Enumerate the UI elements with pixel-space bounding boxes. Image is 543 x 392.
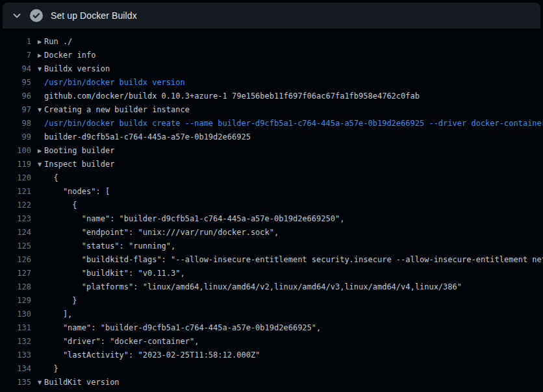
indent-spacer — [31, 239, 44, 253]
log-row: 95/usr/bin/docker buildx version — [0, 76, 543, 90]
log-output-text: "status": "running", — [44, 239, 543, 253]
log-row: 121 "nodes": [ — [0, 185, 543, 199]
group-expanded-icon[interactable]: ▼ — [31, 376, 44, 389]
indent-spacer — [31, 90, 44, 103]
line-number[interactable]: 124 — [0, 226, 31, 239]
log-row: 98/usr/bin/docker buildx create --name b… — [0, 117, 543, 130]
group-title[interactable]: Inspect builder — [44, 158, 543, 171]
indent-spacer — [31, 253, 44, 267]
line-number[interactable]: 98 — [0, 117, 31, 130]
line-number[interactable]: 130 — [0, 308, 31, 321]
line-number[interactable]: 100 — [0, 144, 31, 158]
indent-spacer — [31, 76, 44, 90]
log-output-text: "endpoint": "unix:///var/run/docker.sock… — [44, 226, 543, 239]
line-number[interactable]: 128 — [0, 280, 31, 294]
log-row: 123 "name": "builder-d9cfb5a1-c764-445a-… — [0, 212, 543, 226]
group-expanded-icon[interactable]: ▼ — [31, 103, 44, 117]
indent-spacer — [31, 321, 44, 335]
step-header[interactable]: Set up Docker Buildx — [3, 3, 540, 29]
line-number[interactable]: 120 — [0, 171, 31, 185]
log-output-text: "driver": "docker-container", — [44, 335, 543, 349]
line-number[interactable]: 132 — [0, 335, 31, 349]
line-number[interactable]: 95 — [0, 76, 31, 90]
log-row: 100▶Booting builder — [0, 144, 543, 158]
log-output-text: github.com/docker/buildx 0.10.3+azure-1 … — [44, 90, 543, 103]
log-row: 7▶Docker info — [0, 49, 543, 62]
line-number[interactable]: 134 — [0, 362, 31, 376]
indent-spacer — [31, 294, 44, 308]
indent-spacer — [31, 226, 44, 239]
indent-spacer — [31, 267, 44, 280]
group-title[interactable]: Booting builder — [44, 144, 543, 158]
indent-spacer — [31, 362, 44, 376]
group-collapsed-icon[interactable]: ▶ — [31, 144, 44, 158]
log-row: 119▼Inspect builder — [0, 158, 543, 171]
indent-spacer — [31, 171, 44, 185]
log-output-text: "name": "builder-d9cfb5a1-c764-445a-a57e… — [44, 321, 543, 335]
log-row: 124 "endpoint": "unix:///var/run/docker.… — [0, 226, 543, 239]
group-title[interactable]: Creating a new builder instance — [44, 103, 543, 117]
line-number[interactable]: 125 — [0, 239, 31, 253]
log-output-text: builder-d9cfb5a1-c764-445a-a57e-0b19d2e6… — [44, 130, 543, 144]
log-output-text: ], — [44, 308, 543, 321]
log-row: 133 "lastActivity": "2023-02-25T11:58:12… — [0, 349, 543, 362]
log-row: 94▼Buildx version — [0, 62, 543, 76]
line-number[interactable]: 119 — [0, 158, 31, 171]
group-title[interactable]: Docker info — [44, 49, 543, 62]
line-number[interactable]: 96 — [0, 90, 31, 103]
group-collapsed-icon[interactable]: ▶ — [31, 35, 44, 49]
log-output-text: "buildkit": "v0.11.3", — [44, 267, 543, 280]
step-title: Set up Docker Buildx — [51, 10, 137, 21]
actions-log-viewer: { "header": { "title": "Set up Docker Bu… — [0, 0, 543, 392]
line-number[interactable]: 94 — [0, 62, 31, 76]
line-number[interactable]: 123 — [0, 212, 31, 226]
line-number[interactable]: 99 — [0, 130, 31, 144]
line-number[interactable]: 133 — [0, 349, 31, 362]
group-title[interactable]: BuildKit version — [44, 376, 543, 389]
log-output-text: "name": "builder-d9cfb5a1-c764-445a-a57e… — [44, 212, 543, 226]
line-number[interactable]: 126 — [0, 253, 31, 267]
group-collapsed-icon[interactable]: ▶ — [31, 49, 44, 62]
indent-spacer — [31, 280, 44, 294]
log-row: 99builder-d9cfb5a1-c764-445a-a57e-0b19d2… — [0, 130, 543, 144]
line-number[interactable]: 7 — [0, 49, 31, 62]
log-row: 126 "buildkitd-flags": "--allow-insecure… — [0, 253, 543, 267]
line-number[interactable]: 136 — [0, 389, 31, 392]
log-output-text: { — [44, 199, 543, 212]
indent-spacer — [31, 389, 44, 392]
line-number[interactable]: 122 — [0, 199, 31, 212]
indent-spacer — [31, 130, 44, 144]
log-row: 134 } — [0, 362, 543, 376]
line-number[interactable]: 135 — [0, 376, 31, 389]
line-number[interactable]: 1 — [0, 35, 31, 49]
indent-spacer — [31, 349, 44, 362]
log-row: 128 "platforms": "linux/amd64,linux/amd6… — [0, 280, 543, 294]
line-number[interactable]: 131 — [0, 321, 31, 335]
line-number[interactable]: 129 — [0, 294, 31, 308]
log-output-text: { — [44, 171, 543, 185]
chevron-down-icon — [12, 10, 22, 21]
log-row: 120 { — [0, 171, 543, 185]
line-number[interactable]: 121 — [0, 185, 31, 199]
indent-spacer — [31, 185, 44, 199]
group-title[interactable]: Buildx version — [44, 62, 543, 76]
collapse-step-button[interactable] — [8, 6, 26, 25]
log-output-text: } — [44, 362, 543, 376]
log-row: 136 builder-d9cfb5a1-c764-445a-a57e-0b19… — [0, 389, 543, 392]
line-number[interactable]: 127 — [0, 267, 31, 280]
line-number[interactable]: 97 — [0, 103, 31, 117]
log-row: 1▶Run ./ — [0, 35, 543, 49]
group-title[interactable]: Run ./ — [44, 35, 543, 49]
log-row: 130 ], — [0, 308, 543, 321]
log-row: 129 } — [0, 294, 543, 308]
log-output-text: "platforms": "linux/amd64,linux/amd64/v2… — [44, 280, 543, 294]
indent-spacer — [31, 212, 44, 226]
group-expanded-icon[interactable]: ▼ — [31, 158, 44, 171]
log-area: 1▶Run ./7▶Docker info94▼Buildx version95… — [0, 29, 543, 392]
log-row: 122 { — [0, 199, 543, 212]
log-row: 132 "driver": "docker-container", — [0, 335, 543, 349]
group-expanded-icon[interactable]: ▼ — [31, 62, 44, 76]
log-command-text: /usr/bin/docker buildx version — [44, 76, 543, 90]
indent-spacer — [31, 308, 44, 321]
indent-spacer — [31, 335, 44, 349]
